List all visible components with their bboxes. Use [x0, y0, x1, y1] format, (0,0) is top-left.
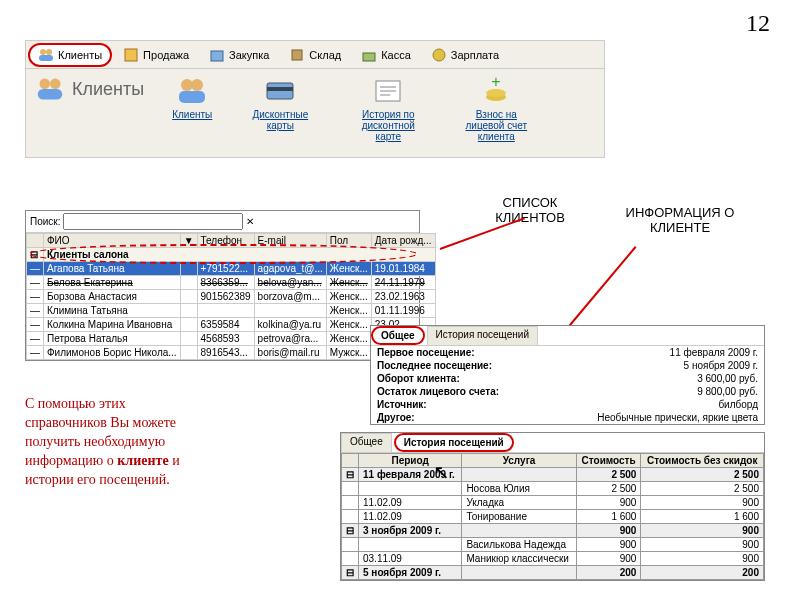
ribbon-item-label: История по дисконтной карте	[348, 109, 428, 142]
info-row: Остаток лицевого счета:9 800,00 руб.	[371, 385, 764, 398]
deposit-icon: +	[480, 75, 512, 107]
table-row[interactable]: 03.11.09Маникюр классически900900	[342, 552, 764, 566]
toolbar-salary[interactable]: Зарплата	[422, 43, 508, 67]
col-email[interactable]: E-mail	[254, 234, 326, 248]
tab-history[interactable]: История посещений	[427, 326, 538, 345]
svg-point-0	[40, 49, 46, 55]
table-row[interactable]: —Климина ТатьянаЖенск...01.11.1996	[27, 304, 436, 318]
search-label: Поиск:	[30, 216, 61, 227]
ribbon: Клиенты Клиенты Дисконтные карты История…	[25, 68, 605, 158]
ribbon-item-history[interactable]: История по дисконтной карте	[348, 75, 428, 142]
search-bar: Поиск: ✕	[26, 211, 419, 233]
table-row[interactable]: 11.02.09Тонирование1 6001 600	[342, 510, 764, 524]
col-cost[interactable]: Стоимость	[576, 454, 641, 468]
table-row[interactable]: 11.02.09Укладка900900	[342, 496, 764, 510]
client-list-window: Поиск: ✕ ФИО ▼ Телефон E-mail Пол Дата р…	[25, 210, 420, 361]
tab-common[interactable]: Общее	[341, 433, 392, 452]
col-fio[interactable]: ФИО	[44, 234, 181, 248]
svg-point-9	[50, 79, 61, 90]
annot-line	[564, 246, 636, 332]
toolbar-warehouse[interactable]: Склад	[280, 43, 350, 67]
people-large-icon	[36, 75, 64, 103]
toolbar-cash[interactable]: Касса	[352, 43, 420, 67]
svg-rect-4	[211, 51, 223, 61]
table-row[interactable]: —Белова Екатерина8366359...belova@yan...…	[27, 276, 436, 290]
info-row: Оборот клиента:3 600,00 руб.	[371, 372, 764, 385]
tab-history[interactable]: История посещений	[394, 433, 514, 452]
sale-icon	[123, 47, 139, 63]
ribbon-title-label: Клиенты	[72, 79, 144, 100]
svg-point-8	[40, 79, 51, 90]
svg-rect-10	[38, 89, 63, 100]
history-table[interactable]: Период Услуга Стоимость Стоимость без ск…	[341, 453, 764, 580]
toolbar-purchase-label: Закупка	[229, 49, 269, 61]
table-row[interactable]: Василькова Надежда900900	[342, 538, 764, 552]
col-cost-nodisc[interactable]: Стоимость без скидок	[641, 454, 764, 468]
svg-rect-5	[292, 50, 302, 60]
table-row[interactable]: —Агапова Татьяна+791522...agapova_t@...Ж…	[27, 262, 436, 276]
ribbon-item-clients[interactable]: Клиенты	[172, 75, 212, 120]
info-tabs: Общее История посещений	[371, 326, 764, 346]
toolbar-purchase[interactable]: Закупка	[200, 43, 278, 67]
ribbon-item-label: Клиенты	[172, 109, 212, 120]
hist-tabs: Общее История посещений	[341, 433, 764, 453]
ribbon-title: Клиенты	[36, 75, 144, 103]
table-row[interactable]: ⊟5 ноября 2009 г.200200	[342, 566, 764, 580]
svg-point-18	[486, 89, 506, 97]
table-row[interactable]: —Борзова Анастасия901562389borzova@m...Ж…	[27, 290, 436, 304]
table-row[interactable]: ⊟11 февраля 2009 г.2 5002 500	[342, 468, 764, 482]
toolbar-clients-label: Клиенты	[58, 49, 102, 61]
ribbon-item-label: Дисконтные карты	[240, 109, 320, 131]
info-row: Другое:Необычные прически, яркие цвета	[371, 411, 764, 424]
ribbon-item-deposit[interactable]: + Взнос на лицевой счет клиента	[456, 75, 536, 142]
col-service[interactable]: Услуга	[462, 454, 576, 468]
toolbar-warehouse-label: Склад	[309, 49, 341, 61]
warehouse-icon	[289, 47, 305, 63]
client-info-window: Общее История посещений Первое посещение…	[370, 325, 765, 425]
svg-point-7	[433, 49, 445, 61]
toolbar-sale-label: Продажа	[143, 49, 189, 61]
svg-point-1	[46, 49, 52, 55]
svg-text:+: +	[492, 75, 501, 90]
purchase-icon	[209, 47, 225, 63]
people-icon	[38, 47, 54, 63]
card-icon	[264, 75, 296, 107]
col-pol[interactable]: Пол	[326, 234, 371, 248]
annot-info: ИНФОРМАЦИЯ О КЛИЕНТЕ	[615, 205, 745, 235]
main-toolbar: Клиенты Продажа Закупка Склад Касса Зарп…	[25, 40, 605, 70]
toolbar-sale[interactable]: Продажа	[114, 43, 198, 67]
annot-list: СПИСОК КЛИЕНТОВ	[470, 195, 590, 225]
svg-rect-13	[179, 91, 205, 103]
toolbar-cash-label: Касса	[381, 49, 411, 61]
search-input[interactable]	[63, 213, 243, 230]
info-row: Последнее посещение:5 ноября 2009 г.	[371, 359, 764, 372]
tab-common[interactable]: Общее	[371, 326, 425, 345]
ribbon-item-label: Взнос на лицевой счет клиента	[456, 109, 536, 142]
info-row: Первое посещение:11 февраля 2009 г.	[371, 346, 764, 359]
svg-rect-3	[125, 49, 137, 61]
table-row[interactable]: ⊟3 ноября 2009 г.900900	[342, 524, 764, 538]
col-period[interactable]: Период	[359, 454, 462, 468]
ribbon-item-discount[interactable]: Дисконтные карты	[240, 75, 320, 131]
table-row[interactable]: Носова Юлия2 5002 500	[342, 482, 764, 496]
svg-point-12	[191, 79, 203, 91]
svg-rect-15	[267, 87, 293, 91]
toolbar-salary-label: Зарплата	[451, 49, 499, 61]
salary-icon	[431, 47, 447, 63]
col-bd[interactable]: Дата рожд...	[371, 234, 435, 248]
explanatory-text: С помощью этих справочников Вы можете по…	[25, 395, 205, 489]
info-row: Источник:билборд	[371, 398, 764, 411]
page-number: 12	[746, 10, 770, 37]
cash-icon	[361, 47, 377, 63]
clients-icon	[176, 75, 208, 107]
col-tel[interactable]: Телефон	[197, 234, 254, 248]
history-icon	[372, 75, 404, 107]
sidetext-bold: клиенте	[117, 453, 168, 468]
toolbar-clients[interactable]: Клиенты	[28, 43, 112, 67]
svg-rect-2	[39, 55, 53, 61]
visit-history-window: Общее История посещений Период Услуга Ст…	[340, 432, 765, 581]
clear-icon[interactable]: ✕	[246, 216, 254, 227]
svg-rect-6	[363, 53, 375, 61]
